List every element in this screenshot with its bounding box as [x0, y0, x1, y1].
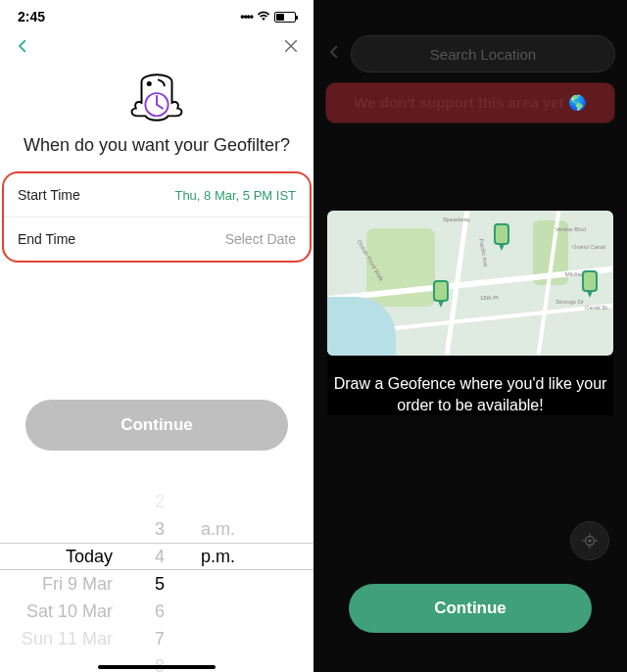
picker-ampm-column[interactable]: a.m. p.m.	[189, 488, 314, 654]
back-icon[interactable]	[325, 43, 343, 65]
svg-rect-7	[495, 224, 508, 244]
geofence-pin-icon	[431, 279, 451, 309]
status-bar: 2:45 ••••	[0, 0, 314, 29]
map-label: 18th Pl	[480, 295, 499, 301]
ghost-clock-icon	[0, 67, 314, 127]
geofilter-schedule-screen: 2:45 •••• When do you want your Geofilte…	[0, 0, 314, 672]
picker-item[interactable]: 5	[155, 570, 165, 598]
back-icon[interactable]	[14, 37, 31, 55]
geofence-pin-icon	[492, 222, 511, 252]
search-input[interactable]: Search Location	[351, 35, 615, 72]
svg-rect-8	[583, 271, 597, 291]
continue-button[interactable]: Continue	[349, 584, 592, 633]
map-label: Grand Canal	[572, 244, 605, 250]
status-time: 2:45	[18, 9, 45, 24]
picker-hour-column[interactable]: 2 3 4 5 6 7 8	[130, 488, 189, 654]
picker-item[interactable]: 4	[155, 543, 165, 570]
picker-item[interactable]: p.m.	[201, 543, 235, 570]
continue-button[interactable]: Continue	[25, 400, 288, 451]
close-icon[interactable]	[282, 37, 300, 55]
end-time-value: Select Date	[225, 231, 296, 247]
signal-icon: ••••	[240, 10, 253, 24]
page-title: When do you want your Geofilter?	[0, 135, 314, 156]
home-indicator[interactable]	[98, 665, 216, 669]
picker-item[interactable]: a.m.	[201, 515, 235, 543]
end-time-label: End Time	[18, 231, 75, 247]
svg-rect-6	[434, 281, 448, 301]
picker-item[interactable]: Sat 10 Mar	[26, 598, 113, 625]
geofence-pin-icon	[580, 269, 600, 299]
map-label: Venice Blvd	[555, 226, 586, 232]
locate-me-button[interactable]	[570, 521, 609, 560]
map-label: Pacific Ave	[478, 238, 489, 267]
start-time-row[interactable]: Start Time Thu, 8 Mar, 5 PM IST	[4, 173, 310, 216]
picker-item[interactable]: 6	[155, 598, 165, 625]
picker-item[interactable]: 3	[155, 515, 165, 543]
geofence-location-screen: Search Location We don't support this ar…	[314, 0, 627, 672]
map-label: Strongs Dr	[555, 299, 584, 305]
search-header: Search Location	[314, 0, 627, 72]
start-time-label: Start Time	[18, 187, 80, 203]
search-placeholder: Search Location	[430, 46, 536, 63]
map-label: Canal St	[585, 305, 607, 311]
svg-point-2	[147, 81, 152, 86]
wifi-icon	[257, 9, 270, 24]
picker-item[interactable]: 8	[155, 652, 165, 672]
start-time-value: Thu, 8 Mar, 5 PM IST	[174, 188, 296, 203]
time-selection-card: Start Time Thu, 8 Mar, 5 PM IST End Time…	[2, 171, 312, 263]
picker-item[interactable]: Sun 11 Mar	[22, 625, 113, 652]
geofence-instruction: Draw a Geofence where you'd like your or…	[327, 373, 613, 415]
datetime-picker[interactable]: Today Fri 9 Mar Sat 10 Mar Sun 11 Mar 2 …	[0, 488, 314, 654]
status-indicators: ••••	[240, 9, 296, 24]
map-label: Speedway	[443, 216, 470, 222]
map-illustration: Speedway Pacific Ave Venice Blvd Grand C…	[327, 211, 613, 356]
svg-point-10	[589, 540, 591, 542]
picker-item[interactable]: 7	[155, 625, 165, 652]
unsupported-area-banner: We don't support this area yet 🌎	[325, 82, 615, 123]
picker-item[interactable]: Fri 9 Mar	[42, 570, 113, 598]
nav-bar	[0, 29, 314, 59]
picker-item[interactable]: Today	[66, 543, 113, 570]
battery-icon	[274, 12, 296, 23]
end-time-row[interactable]: End Time Select Date	[4, 216, 310, 261]
geofence-help-card: Speedway Pacific Ave Venice Blvd Grand C…	[327, 211, 613, 415]
picker-item[interactable]: 2	[155, 488, 165, 515]
picker-date-column[interactable]: Today Fri 9 Mar Sat 10 Mar Sun 11 Mar	[0, 488, 130, 654]
